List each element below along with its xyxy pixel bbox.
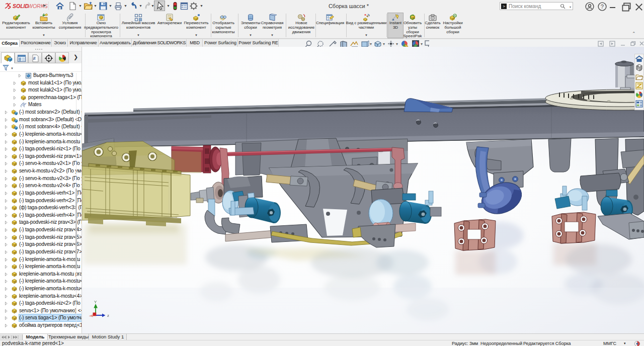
- svg-text:z: z: [107, 313, 109, 318]
- svg-text:▾: ▾: [370, 42, 372, 46]
- svg-text:▾: ▾: [421, 42, 423, 46]
- svg-text:▾: ▾: [396, 42, 398, 46]
- svg-text:ß: ß: [33, 56, 36, 61]
- svg-text:▾: ▾: [383, 42, 385, 46]
- svg-text:?: ?: [601, 4, 604, 10]
- svg-text:SOLID: SOLID: [13, 3, 29, 9]
- svg-text:Y: Y: [94, 300, 97, 304]
